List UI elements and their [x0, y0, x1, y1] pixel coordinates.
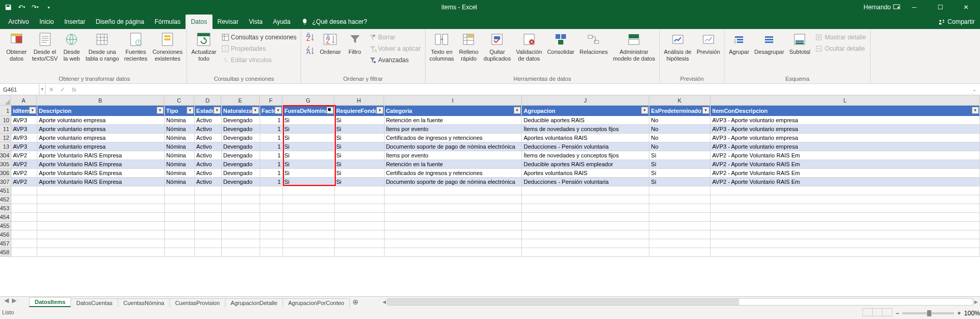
cell[interactable]: [385, 222, 522, 230]
cell[interactable]: [260, 186, 283, 195]
table-header-fueradenomina[interactable]: FueraDeNomina▾: [283, 106, 335, 116]
row-header[interactable]: 457: [0, 239, 11, 248]
analisis-hipotesis-button[interactable]: Análisis de hipótesis: [662, 30, 693, 67]
cell[interactable]: [195, 186, 222, 195]
tab-formulas[interactable]: Fórmulas: [149, 15, 186, 29]
cell[interactable]: [649, 195, 711, 204]
cell[interactable]: Retención en la fuente: [385, 116, 522, 125]
row-header[interactable]: 1: [0, 106, 11, 116]
cell[interactable]: Activo: [195, 125, 222, 134]
cell[interactable]: [37, 195, 165, 204]
consultas-conexiones-button[interactable]: Consultas y conexiones: [220, 32, 299, 42]
tab-diseno[interactable]: Diseño de página: [91, 15, 149, 29]
cell[interactable]: [165, 239, 195, 248]
cell[interactable]: [522, 186, 649, 195]
table-header-requierefondo[interactable]: RequiereFondo▾: [335, 106, 385, 116]
cell[interactable]: [37, 213, 165, 222]
filter-icon[interactable]: ▾: [376, 107, 384, 114]
cell[interactable]: AVP3: [11, 142, 37, 151]
cell[interactable]: [165, 222, 195, 230]
col-header-H[interactable]: H: [334, 95, 384, 106]
table-header-naturaleza[interactable]: Naturaleza▾: [222, 106, 260, 116]
cell[interactable]: [260, 204, 283, 213]
cell[interactable]: [649, 248, 711, 257]
cell[interactable]: [165, 248, 195, 257]
cell[interactable]: Ítems por evento: [385, 151, 522, 160]
borrar-filtro-button[interactable]: Borrar: [367, 32, 423, 42]
cell[interactable]: [283, 230, 335, 239]
row-header[interactable]: 452: [0, 195, 11, 204]
cell[interactable]: Si: [335, 125, 385, 134]
cell[interactable]: Activo: [195, 116, 222, 125]
cell[interactable]: [711, 186, 980, 195]
cell[interactable]: Aporte voluntario empresa: [37, 142, 165, 151]
row-header[interactable]: 458: [0, 248, 11, 257]
cell[interactable]: Si: [335, 169, 385, 178]
cell[interactable]: Retención en la fuente: [385, 160, 522, 169]
tab-revisar[interactable]: Revisar: [212, 15, 244, 29]
cell[interactable]: [283, 222, 335, 230]
cell[interactable]: Si: [335, 151, 385, 160]
cell[interactable]: AVP3 - Aporte voluntario empresa: [711, 142, 980, 151]
cell[interactable]: No: [649, 142, 711, 151]
cell[interactable]: Deducible aportes RAIS: [522, 116, 649, 125]
row-header[interactable]: 305: [0, 160, 11, 169]
cell[interactable]: 1: [260, 151, 283, 160]
cell[interactable]: Si: [335, 142, 385, 151]
enter-formula-icon[interactable]: ✓: [57, 84, 68, 95]
row-header[interactable]: 454: [0, 213, 11, 222]
cell[interactable]: Nómina: [165, 116, 195, 125]
cell[interactable]: [222, 186, 260, 195]
sheet-tab[interactable]: DatosCuentas: [70, 298, 118, 307]
cell[interactable]: [195, 213, 222, 222]
filter-icon[interactable]: ▾: [252, 107, 259, 114]
quitar-duplicados-button[interactable]: Quitar duplicados: [481, 30, 513, 67]
cell[interactable]: [195, 195, 222, 204]
cell[interactable]: [283, 204, 335, 213]
sheet-nav[interactable]: ◀▶: [0, 297, 29, 307]
horizontal-scrollbar[interactable]: ◀ ▶: [362, 297, 980, 307]
cell[interactable]: Si: [283, 134, 335, 142]
cell[interactable]: [37, 222, 165, 230]
col-header-F[interactable]: F: [260, 95, 282, 106]
tab-archivo[interactable]: Archivo: [3, 15, 34, 29]
col-header-L[interactable]: L: [711, 95, 980, 106]
cell[interactable]: [649, 222, 711, 230]
cell[interactable]: AVP3: [11, 134, 37, 142]
user-name[interactable]: Hernando: [863, 4, 891, 11]
zoom-level[interactable]: 100%: [964, 310, 980, 317]
row-header[interactable]: 455: [0, 222, 11, 230]
cell[interactable]: [222, 213, 260, 222]
cell[interactable]: Devengado: [222, 116, 260, 125]
tab-inicio[interactable]: Inicio: [34, 15, 59, 29]
cell[interactable]: Aporte voluntario empresa: [37, 125, 165, 134]
zoom-out-icon[interactable]: −: [896, 310, 899, 317]
fx-icon[interactable]: fx: [68, 86, 80, 93]
filter-icon[interactable]: ▾: [275, 107, 282, 114]
cell[interactable]: [649, 186, 711, 195]
ribbon-display-icon[interactable]: [893, 4, 900, 11]
cell[interactable]: AVP2: [11, 178, 37, 186]
cell[interactable]: No: [649, 134, 711, 142]
mostrar-detalle-button[interactable]: Mostrar detalle: [813, 32, 868, 42]
expand-formula-bar-icon[interactable]: ⌄: [969, 86, 980, 92]
save-icon[interactable]: [2, 1, 15, 13]
cell[interactable]: Si: [283, 178, 335, 186]
cell[interactable]: [283, 248, 335, 257]
cell[interactable]: [11, 248, 37, 257]
prevision-button[interactable]: Previsión: [694, 30, 722, 67]
cell[interactable]: [195, 230, 222, 239]
cell[interactable]: [522, 230, 649, 239]
cell[interactable]: [522, 204, 649, 213]
cell[interactable]: Si: [335, 178, 385, 186]
cell[interactable]: Si: [283, 116, 335, 125]
cell[interactable]: Nómina: [165, 178, 195, 186]
cell[interactable]: AVP2: [11, 160, 37, 169]
row-header[interactable]: 12: [0, 134, 11, 142]
cell[interactable]: Ítems por evento: [385, 125, 522, 134]
scroll-left-icon[interactable]: ◀: [382, 299, 386, 304]
cell[interactable]: Certificados de ingresos y retenciones: [385, 134, 522, 142]
zoom-in-icon[interactable]: +: [957, 310, 961, 317]
cell[interactable]: Devengado: [222, 160, 260, 169]
cell[interactable]: 1: [260, 142, 283, 151]
